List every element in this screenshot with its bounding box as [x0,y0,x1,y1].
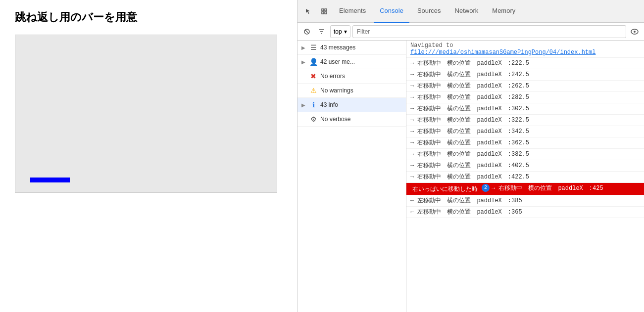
log-text: → 右移動中 横の位置 paddleX :322.5 [410,116,529,125]
log-text: → 右移動中 横の位置 paddleX :302.5 [410,104,529,113]
log-entry: → 右移動中 横の位置 paddleX :342.5 [406,126,644,137]
log-text: → 右移動中 横の位置 paddleX :402.5 [410,161,529,170]
devtools-content: ▶☰43 messages▶👤42 user me...✖No errors⚠N… [297,41,644,312]
user-icon: 👤 [309,58,317,66]
sidebar-label-info: 43 info [320,101,338,108]
sidebar-label-user-messages: 42 user me... [320,58,355,65]
filter-toggle-button[interactable] [315,25,328,38]
page-title: 跳ね返し用のバーを用意 [15,10,137,25]
svg-rect-3 [325,12,327,14]
context-selector[interactable]: top ▾ [330,25,350,38]
paddle [30,178,70,182]
svg-rect-0 [322,9,324,11]
error-icon: ✖ [309,72,317,80]
tab-memory[interactable]: Memory [486,0,521,23]
sidebar-arrow-user-messages: ▶ [301,59,306,65]
eye-icon-button[interactable] [628,25,641,38]
log-entry: ← 左移動中 横の位置 paddleX :365 [406,207,644,218]
log-entry: → 右移動中 横の位置 paddleX :222.5 [406,58,644,69]
log-text: ← 左移動中 横の位置 paddleX :385 [410,196,522,205]
inspect-icon[interactable] [317,4,331,18]
log-text: → 右移動中 横の位置 paddleX :242.5 [410,70,529,79]
highlight-label: 右いっぱいに移動した時 [410,184,480,194]
log-text: → 右移動中 横の位置 paddleX :422.5 [410,173,529,181]
tab-sources[interactable]: Sources [411,0,447,23]
log-text: → 右移動中 横の位置 paddleX :342.5 [410,127,529,136]
console-log: Navigated to file:///media/oshimamasanSG… [406,41,644,312]
sidebar-item-warnings[interactable]: ⚠No warnings [297,84,406,98]
console-toolbar: top ▾ [297,23,644,41]
console-sidebar: ▶☰43 messages▶👤42 user me...✖No errors⚠N… [297,41,406,312]
log-entry: → 右移動中 横の位置 paddleX :242.5 [406,69,644,81]
log-navigated-entry: Navigated to file:///media/oshimamasanSG… [406,41,644,58]
sidebar-arrow-messages: ▶ [301,45,306,50]
tab-elements[interactable]: Elements [333,0,372,23]
svg-rect-2 [322,12,324,14]
list-icon: ☰ [309,44,317,51]
log-text: → 右移動中 横の位置 paddleX :362.5 [410,138,529,147]
log-entry: → 右移動中 横の位置 paddleX :322.5 [406,115,644,126]
log-text: → 右移動中 横の位置 paddleX :282.5 [410,93,529,102]
log-entry: → 右移動中 横の位置 paddleX :262.5 [406,81,644,92]
log-entry: → 右移動中 横の位置 paddleX :402.5 [406,160,644,172]
log-text: → 右移動中 横の位置 paddleX :425 [492,184,603,194]
tab-console[interactable]: Console [374,0,409,23]
log-text: → 右移動中 横の位置 paddleX :262.5 [410,82,529,90]
log-text: → 右移動中 横の位置 paddleX :382.5 [410,150,529,159]
sidebar-item-user-messages[interactable]: ▶👤42 user me... [297,55,406,69]
highlight-badge: 2 [482,184,490,192]
devtools-panel: Elements Console Sources Network Memory [297,0,644,312]
canvas-area [15,35,277,193]
sidebar-item-messages[interactable]: ▶☰43 messages [297,41,406,55]
svg-line-5 [305,30,309,34]
cursor-icon[interactable] [301,4,315,18]
sidebar-arrow-info: ▶ [301,102,306,108]
sidebar-item-info[interactable]: ▶ℹ43 info [297,98,406,112]
svg-rect-1 [325,9,327,11]
devtools-tab-bar: Elements Console Sources Network Memory [297,0,644,23]
log-entry: → 右移動中 横の位置 paddleX :422.5 [406,172,644,183]
verbose-icon: ⚙ [309,115,317,123]
svg-point-10 [634,31,636,33]
log-text: ← 左移動中 横の位置 paddleX :365 [410,208,522,217]
left-panel: 跳ね返し用のバーを用意 [0,0,297,312]
log-entry: → 右移動中 横の位置 paddleX :282.5 [406,92,644,103]
warning-icon: ⚠ [309,87,317,94]
navigated-url[interactable]: file:///media/oshimamasanSGamePingPong/0… [410,49,595,56]
sidebar-item-errors[interactable]: ✖No errors [297,69,406,84]
sidebar-label-warnings: No warnings [320,87,353,94]
log-entry: 右いっぱいに移動した時2→ 右移動中 横の位置 paddleX :425 [406,183,644,195]
sidebar-label-verbose: No verbose [320,116,350,123]
log-entry: → 右移動中 横の位置 paddleX :382.5 [406,149,644,160]
sidebar-label-errors: No errors [320,73,345,80]
sidebar-label-messages: 43 messages [320,44,355,51]
tab-network[interactable]: Network [449,0,485,23]
clear-console-button[interactable] [300,25,313,38]
log-text: → 右移動中 横の位置 paddleX :222.5 [410,59,529,68]
info-icon: ℹ [309,101,317,109]
log-entry: → 右移動中 横の位置 paddleX :362.5 [406,137,644,149]
console-filter-input[interactable] [352,25,626,38]
navigated-label: Navigated to [410,42,453,49]
sidebar-item-verbose[interactable]: ⚙No verbose [297,112,406,127]
log-entry: → 右移動中 横の位置 paddleX :302.5 [406,103,644,115]
log-entry: ← 左移動中 横の位置 paddleX :385 [406,195,644,207]
